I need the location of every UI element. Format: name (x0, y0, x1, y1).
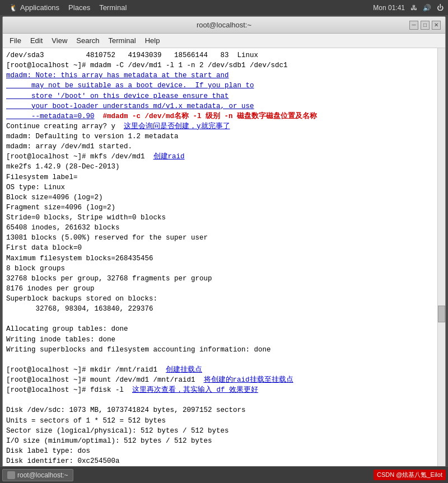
scrollbar[interactable] (437, 48, 445, 477)
csdn-badge: CSDN @炫基八氪_Eilot (374, 470, 446, 480)
window-titlebar: root@localhost:~ ─ □ ✕ (3, 17, 445, 34)
taskbar-terminal-btn[interactable]: root@localhost:~ (2, 469, 73, 481)
menu-help[interactable]: Help (141, 35, 165, 46)
window-controls: ─ □ ✕ (409, 21, 441, 30)
topbar-places[interactable]: Places (64, 0, 95, 15)
close-button[interactable]: ✕ (432, 21, 441, 30)
system-topbar: 🐧 Applications Places Terminal Mon 01:41… (0, 0, 448, 15)
apps-icon: 🐧 (9, 3, 18, 12)
menu-edit[interactable]: Edit (26, 35, 47, 46)
taskbar: root@localhost:~ CSDN @炫基八氪_Eilot (0, 466, 448, 483)
volume-icon[interactable]: 🔊 (423, 4, 431, 12)
menu-view[interactable]: View (47, 35, 72, 46)
window-title: root@localhost:~ (197, 21, 251, 29)
terminal-window: root@localhost:~ ─ □ ✕ File Edit View Se… (2, 16, 446, 477)
terminal-taskbar-icon (7, 471, 15, 479)
menu-search[interactable]: Search (72, 35, 104, 46)
topbar-apps[interactable]: 🐧 Applications (4, 0, 64, 15)
maximize-button[interactable]: □ (421, 21, 430, 30)
terminal-body[interactable]: /dev/sda3 4810752 41943039 18566144 83 L… (3, 48, 445, 477)
clock: Mon 01:41 (373, 4, 405, 12)
network-icon[interactable]: 🖧 (410, 4, 417, 12)
terminal-menubar: File Edit View Search Terminal Help (3, 34, 445, 48)
menu-file[interactable]: File (5, 35, 26, 46)
topbar-terminal[interactable]: Terminal (95, 0, 131, 15)
power-icon[interactable]: ⏻ (437, 4, 444, 12)
minimize-button[interactable]: ─ (409, 21, 418, 30)
topbar-right: Mon 01:41 🖧 🔊 ⏻ (373, 4, 444, 12)
scrollbar-thumb[interactable] (438, 306, 445, 322)
terminal-output: /dev/sda3 4810752 41943039 18566144 83 L… (6, 50, 442, 466)
menu-terminal[interactable]: Terminal (104, 35, 141, 46)
